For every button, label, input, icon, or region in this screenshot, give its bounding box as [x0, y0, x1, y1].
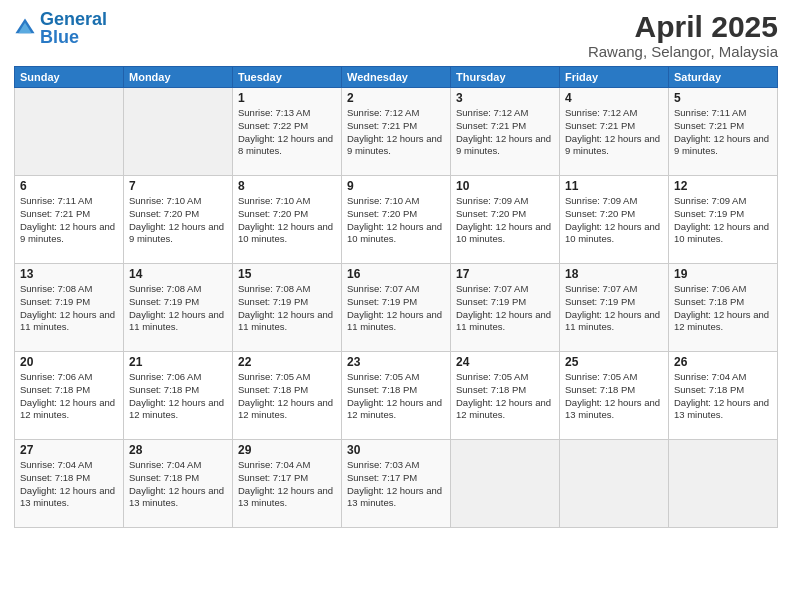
calendar-body: 1Sunrise: 7:13 AMSunset: 7:22 PMDaylight…	[15, 88, 778, 528]
table-row: 23Sunrise: 7:05 AMSunset: 7:18 PMDayligh…	[342, 352, 451, 440]
logo-text: GeneralBlue	[40, 10, 107, 46]
cell-sun-info: Sunrise: 7:13 AMSunset: 7:22 PMDaylight:…	[238, 107, 336, 158]
table-row: 2Sunrise: 7:12 AMSunset: 7:21 PMDaylight…	[342, 88, 451, 176]
cell-day-number: 26	[674, 355, 772, 369]
cell-day-number: 17	[456, 267, 554, 281]
cell-sun-info: Sunrise: 7:07 AMSunset: 7:19 PMDaylight:…	[456, 283, 554, 334]
cell-sun-info: Sunrise: 7:06 AMSunset: 7:18 PMDaylight:…	[20, 371, 118, 422]
cell-sun-info: Sunrise: 7:07 AMSunset: 7:19 PMDaylight:…	[565, 283, 663, 334]
cell-day-number: 27	[20, 443, 118, 457]
calendar-table: SundayMondayTuesdayWednesdayThursdayFrid…	[14, 66, 778, 528]
cell-sun-info: Sunrise: 7:08 AMSunset: 7:19 PMDaylight:…	[238, 283, 336, 334]
header-row: SundayMondayTuesdayWednesdayThursdayFrid…	[15, 67, 778, 88]
table-header: SundayMondayTuesdayWednesdayThursdayFrid…	[15, 67, 778, 88]
cell-day-number: 22	[238, 355, 336, 369]
cell-sun-info: Sunrise: 7:11 AMSunset: 7:21 PMDaylight:…	[674, 107, 772, 158]
table-row: 12Sunrise: 7:09 AMSunset: 7:19 PMDayligh…	[669, 176, 778, 264]
header-cell-thursday: Thursday	[451, 67, 560, 88]
header-cell-saturday: Saturday	[669, 67, 778, 88]
table-row: 19Sunrise: 7:06 AMSunset: 7:18 PMDayligh…	[669, 264, 778, 352]
table-row: 22Sunrise: 7:05 AMSunset: 7:18 PMDayligh…	[233, 352, 342, 440]
table-row	[560, 440, 669, 528]
cell-day-number: 5	[674, 91, 772, 105]
week-row-0: 1Sunrise: 7:13 AMSunset: 7:22 PMDaylight…	[15, 88, 778, 176]
table-row: 27Sunrise: 7:04 AMSunset: 7:18 PMDayligh…	[15, 440, 124, 528]
cell-sun-info: Sunrise: 7:04 AMSunset: 7:18 PMDaylight:…	[129, 459, 227, 510]
cell-sun-info: Sunrise: 7:03 AMSunset: 7:17 PMDaylight:…	[347, 459, 445, 510]
logo: GeneralBlue	[14, 10, 107, 46]
cell-day-number: 16	[347, 267, 445, 281]
cell-sun-info: Sunrise: 7:05 AMSunset: 7:18 PMDaylight:…	[456, 371, 554, 422]
cell-day-number: 29	[238, 443, 336, 457]
cell-day-number: 23	[347, 355, 445, 369]
cell-day-number: 19	[674, 267, 772, 281]
table-row: 16Sunrise: 7:07 AMSunset: 7:19 PMDayligh…	[342, 264, 451, 352]
header-cell-sunday: Sunday	[15, 67, 124, 88]
cell-sun-info: Sunrise: 7:06 AMSunset: 7:18 PMDaylight:…	[129, 371, 227, 422]
table-row: 28Sunrise: 7:04 AMSunset: 7:18 PMDayligh…	[124, 440, 233, 528]
cell-sun-info: Sunrise: 7:05 AMSunset: 7:18 PMDaylight:…	[565, 371, 663, 422]
cell-sun-info: Sunrise: 7:04 AMSunset: 7:18 PMDaylight:…	[674, 371, 772, 422]
cell-sun-info: Sunrise: 7:12 AMSunset: 7:21 PMDaylight:…	[347, 107, 445, 158]
header-cell-tuesday: Tuesday	[233, 67, 342, 88]
week-row-1: 6Sunrise: 7:11 AMSunset: 7:21 PMDaylight…	[15, 176, 778, 264]
cell-sun-info: Sunrise: 7:04 AMSunset: 7:18 PMDaylight:…	[20, 459, 118, 510]
cell-sun-info: Sunrise: 7:05 AMSunset: 7:18 PMDaylight:…	[238, 371, 336, 422]
cell-day-number: 15	[238, 267, 336, 281]
cell-sun-info: Sunrise: 7:07 AMSunset: 7:19 PMDaylight:…	[347, 283, 445, 334]
cell-day-number: 25	[565, 355, 663, 369]
cell-day-number: 4	[565, 91, 663, 105]
subtitle: Rawang, Selangor, Malaysia	[588, 43, 778, 60]
cell-sun-info: Sunrise: 7:04 AMSunset: 7:17 PMDaylight:…	[238, 459, 336, 510]
cell-day-number: 21	[129, 355, 227, 369]
cell-sun-info: Sunrise: 7:12 AMSunset: 7:21 PMDaylight:…	[565, 107, 663, 158]
header-cell-monday: Monday	[124, 67, 233, 88]
cell-day-number: 6	[20, 179, 118, 193]
table-row: 25Sunrise: 7:05 AMSunset: 7:18 PMDayligh…	[560, 352, 669, 440]
table-row: 3Sunrise: 7:12 AMSunset: 7:21 PMDaylight…	[451, 88, 560, 176]
cell-day-number: 30	[347, 443, 445, 457]
cell-sun-info: Sunrise: 7:11 AMSunset: 7:21 PMDaylight:…	[20, 195, 118, 246]
table-row: 6Sunrise: 7:11 AMSunset: 7:21 PMDaylight…	[15, 176, 124, 264]
week-row-2: 13Sunrise: 7:08 AMSunset: 7:19 PMDayligh…	[15, 264, 778, 352]
page: GeneralBlue April 2025 Rawang, Selangor,…	[0, 0, 792, 612]
cell-day-number: 9	[347, 179, 445, 193]
table-row: 20Sunrise: 7:06 AMSunset: 7:18 PMDayligh…	[15, 352, 124, 440]
logo-icon	[14, 17, 36, 39]
cell-day-number: 10	[456, 179, 554, 193]
table-row: 17Sunrise: 7:07 AMSunset: 7:19 PMDayligh…	[451, 264, 560, 352]
cell-day-number: 24	[456, 355, 554, 369]
table-row: 15Sunrise: 7:08 AMSunset: 7:19 PMDayligh…	[233, 264, 342, 352]
cell-sun-info: Sunrise: 7:06 AMSunset: 7:18 PMDaylight:…	[674, 283, 772, 334]
table-row: 24Sunrise: 7:05 AMSunset: 7:18 PMDayligh…	[451, 352, 560, 440]
cell-day-number: 20	[20, 355, 118, 369]
header: GeneralBlue April 2025 Rawang, Selangor,…	[14, 10, 778, 60]
cell-day-number: 2	[347, 91, 445, 105]
table-row: 5Sunrise: 7:11 AMSunset: 7:21 PMDaylight…	[669, 88, 778, 176]
cell-sun-info: Sunrise: 7:09 AMSunset: 7:20 PMDaylight:…	[565, 195, 663, 246]
table-row: 14Sunrise: 7:08 AMSunset: 7:19 PMDayligh…	[124, 264, 233, 352]
table-row	[451, 440, 560, 528]
cell-day-number: 12	[674, 179, 772, 193]
cell-sun-info: Sunrise: 7:10 AMSunset: 7:20 PMDaylight:…	[347, 195, 445, 246]
table-row: 18Sunrise: 7:07 AMSunset: 7:19 PMDayligh…	[560, 264, 669, 352]
table-row: 26Sunrise: 7:04 AMSunset: 7:18 PMDayligh…	[669, 352, 778, 440]
cell-day-number: 8	[238, 179, 336, 193]
cell-sun-info: Sunrise: 7:09 AMSunset: 7:20 PMDaylight:…	[456, 195, 554, 246]
week-row-3: 20Sunrise: 7:06 AMSunset: 7:18 PMDayligh…	[15, 352, 778, 440]
cell-sun-info: Sunrise: 7:10 AMSunset: 7:20 PMDaylight:…	[238, 195, 336, 246]
table-row: 11Sunrise: 7:09 AMSunset: 7:20 PMDayligh…	[560, 176, 669, 264]
cell-day-number: 18	[565, 267, 663, 281]
table-row	[124, 88, 233, 176]
table-row: 13Sunrise: 7:08 AMSunset: 7:19 PMDayligh…	[15, 264, 124, 352]
table-row: 7Sunrise: 7:10 AMSunset: 7:20 PMDaylight…	[124, 176, 233, 264]
table-row: 1Sunrise: 7:13 AMSunset: 7:22 PMDaylight…	[233, 88, 342, 176]
table-row: 21Sunrise: 7:06 AMSunset: 7:18 PMDayligh…	[124, 352, 233, 440]
cell-day-number: 28	[129, 443, 227, 457]
table-row: 30Sunrise: 7:03 AMSunset: 7:17 PMDayligh…	[342, 440, 451, 528]
cell-day-number: 11	[565, 179, 663, 193]
cell-sun-info: Sunrise: 7:05 AMSunset: 7:18 PMDaylight:…	[347, 371, 445, 422]
title-block: April 2025 Rawang, Selangor, Malaysia	[588, 10, 778, 60]
cell-day-number: 13	[20, 267, 118, 281]
cell-day-number: 14	[129, 267, 227, 281]
